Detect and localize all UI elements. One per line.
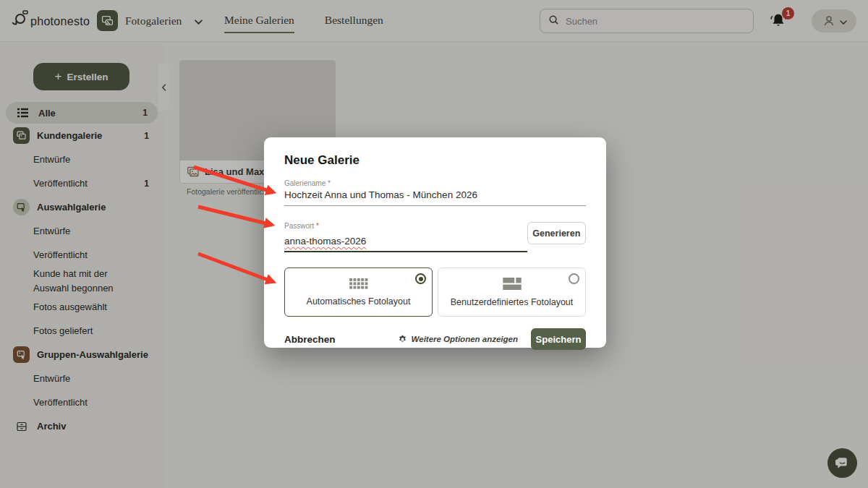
radio-selected-icon[interactable] bbox=[415, 273, 426, 284]
gallery-name-input[interactable] bbox=[284, 189, 586, 206]
password-input[interactable]: anna-thomas-2026 bbox=[284, 231, 527, 252]
gallery-name-label: Galeriename * bbox=[284, 179, 586, 187]
cancel-button[interactable]: Abbrechen bbox=[284, 334, 336, 345]
password-field[interactable]: Passwort * anna-thomas-2026 bbox=[284, 212, 527, 252]
modal-footer: Abbrechen Weitere Optionen anzeigen Spei… bbox=[284, 328, 586, 350]
layout-option-label: Automatisches Fotolayout bbox=[307, 296, 411, 307]
password-label: Passwort * bbox=[284, 222, 527, 230]
custom-layout-icon bbox=[503, 278, 522, 290]
grid-layout-icon bbox=[349, 278, 368, 289]
required-asterisk: * bbox=[316, 222, 319, 230]
layout-option-label: Benutzerdefiniertes Fotolayout bbox=[451, 297, 574, 307]
new-gallery-modal: Neue Galerie Galeriename * Passwort * an… bbox=[264, 137, 606, 348]
radio-unselected-icon[interactable] bbox=[569, 273, 579, 284]
save-button[interactable]: Speichern bbox=[531, 328, 586, 350]
gear-icon bbox=[398, 335, 407, 344]
generate-password-button[interactable]: Generieren bbox=[527, 222, 586, 244]
modal-title: Neue Galerie bbox=[284, 153, 586, 168]
layout-option-custom[interactable]: Benutzerdefiniertes Fotolayout bbox=[438, 267, 586, 317]
layout-options: Automatisches Fotolayout Benutzerdefinie… bbox=[284, 267, 586, 317]
password-value: anna-thomas-2026 bbox=[284, 236, 366, 247]
more-options-label: Weitere Optionen anzeigen bbox=[412, 335, 518, 343]
password-row: Passwort * anna-thomas-2026 Generieren bbox=[284, 212, 586, 252]
app-root: photonesto Fotogalerien Meine Galerie bbox=[0, 0, 868, 488]
layout-option-automatic[interactable]: Automatisches Fotolayout bbox=[284, 267, 433, 317]
more-options-button[interactable]: Weitere Optionen anzeigen bbox=[398, 335, 518, 344]
